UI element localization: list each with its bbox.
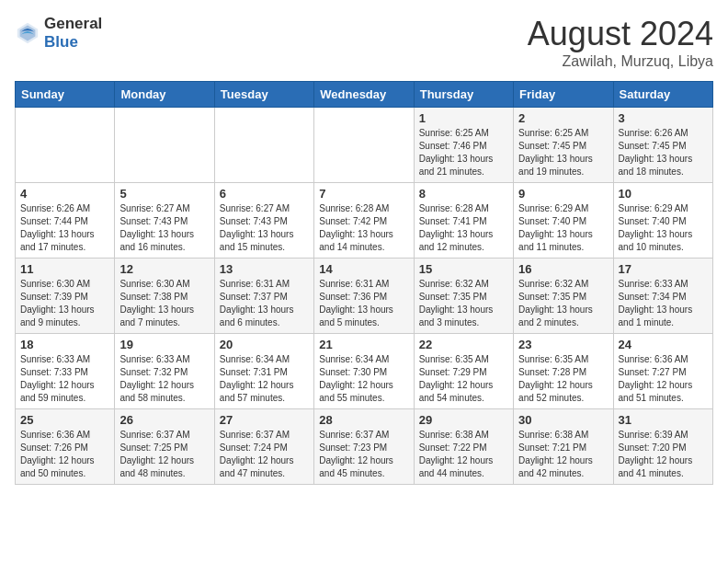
header-row: Sunday Monday Tuesday Wednesday Thursday… xyxy=(16,82,713,108)
header-wednesday: Wednesday xyxy=(314,82,414,108)
day-number: 20 xyxy=(220,338,309,351)
calendar-cell xyxy=(115,108,214,183)
calendar-cell: 20Sunrise: 6:34 AM Sunset: 7:31 PM Dayli… xyxy=(214,334,313,409)
day-number: 29 xyxy=(419,413,508,427)
logo-text: General Blue xyxy=(44,15,102,51)
calendar-cell: 31Sunrise: 6:39 AM Sunset: 7:20 PM Dayli… xyxy=(613,409,712,485)
day-number: 12 xyxy=(119,262,209,276)
header-friday: Friday xyxy=(514,82,613,108)
calendar-cell: 8Sunrise: 6:28 AM Sunset: 7:41 PM Daylig… xyxy=(414,183,513,259)
header-monday: Monday xyxy=(115,82,214,108)
calendar-week-5: 25Sunrise: 6:36 AM Sunset: 7:26 PM Dayli… xyxy=(16,409,713,485)
day-number: 11 xyxy=(20,262,109,276)
calendar-cell: 11Sunrise: 6:30 AM Sunset: 7:39 PM Dayli… xyxy=(16,259,115,334)
day-number: 14 xyxy=(319,262,408,276)
calendar-cell: 15Sunrise: 6:32 AM Sunset: 7:35 PM Dayli… xyxy=(414,259,513,334)
header-sunday: Sunday xyxy=(16,82,115,108)
logo-icon xyxy=(15,20,40,46)
day-number: 18 xyxy=(20,338,109,351)
day-number: 1 xyxy=(419,111,508,125)
header-thursday: Thursday xyxy=(414,82,513,108)
title-area: August 2024 Zawilah, Murzuq, Libya xyxy=(528,15,713,70)
calendar-week-4: 18Sunrise: 6:33 AM Sunset: 7:33 PM Dayli… xyxy=(16,334,713,409)
day-number: 7 xyxy=(319,187,408,201)
day-info: Sunrise: 6:33 AM Sunset: 7:34 PM Dayligh… xyxy=(619,278,708,329)
location: Zawilah, Murzuq, Libya xyxy=(528,53,713,70)
day-info: Sunrise: 6:34 AM Sunset: 7:31 PM Dayligh… xyxy=(220,353,309,405)
calendar-cell xyxy=(16,108,115,183)
day-info: Sunrise: 6:29 AM Sunset: 7:40 PM Dayligh… xyxy=(518,202,608,254)
calendar-cell: 26Sunrise: 6:37 AM Sunset: 7:25 PM Dayli… xyxy=(115,409,214,485)
day-info: Sunrise: 6:28 AM Sunset: 7:42 PM Dayligh… xyxy=(319,202,408,254)
day-number: 31 xyxy=(619,413,708,427)
calendar-cell: 9Sunrise: 6:29 AM Sunset: 7:40 PM Daylig… xyxy=(514,183,613,259)
header-tuesday: Tuesday xyxy=(214,82,313,108)
day-info: Sunrise: 6:26 AM Sunset: 7:45 PM Dayligh… xyxy=(619,127,708,178)
day-number: 10 xyxy=(619,187,708,201)
calendar-table: Sunday Monday Tuesday Wednesday Thursday… xyxy=(15,81,713,485)
day-number: 3 xyxy=(619,111,708,125)
day-info: Sunrise: 6:26 AM Sunset: 7:44 PM Dayligh… xyxy=(20,202,109,254)
day-number: 24 xyxy=(619,338,708,351)
calendar-cell: 29Sunrise: 6:38 AM Sunset: 7:22 PM Dayli… xyxy=(414,409,513,485)
day-number: 4 xyxy=(20,187,109,201)
logo-general-text: General xyxy=(44,15,102,33)
calendar-cell: 22Sunrise: 6:35 AM Sunset: 7:29 PM Dayli… xyxy=(414,334,513,409)
day-info: Sunrise: 6:37 AM Sunset: 7:24 PM Dayligh… xyxy=(220,429,309,480)
calendar-cell: 18Sunrise: 6:33 AM Sunset: 7:33 PM Dayli… xyxy=(16,334,115,409)
day-info: Sunrise: 6:30 AM Sunset: 7:38 PM Dayligh… xyxy=(119,278,209,329)
day-info: Sunrise: 6:30 AM Sunset: 7:39 PM Dayligh… xyxy=(20,278,109,329)
day-number: 27 xyxy=(220,413,309,427)
day-info: Sunrise: 6:38 AM Sunset: 7:21 PM Dayligh… xyxy=(518,429,608,480)
day-info: Sunrise: 6:27 AM Sunset: 7:43 PM Dayligh… xyxy=(119,202,209,254)
calendar-cell: 3Sunrise: 6:26 AM Sunset: 7:45 PM Daylig… xyxy=(613,108,712,183)
day-info: Sunrise: 6:27 AM Sunset: 7:43 PM Dayligh… xyxy=(220,202,309,254)
calendar-cell: 5Sunrise: 6:27 AM Sunset: 7:43 PM Daylig… xyxy=(115,183,214,259)
day-number: 13 xyxy=(220,262,309,276)
day-info: Sunrise: 6:32 AM Sunset: 7:35 PM Dayligh… xyxy=(518,278,608,329)
day-number: 2 xyxy=(518,111,608,125)
calendar-cell: 27Sunrise: 6:37 AM Sunset: 7:24 PM Dayli… xyxy=(214,409,313,485)
day-info: Sunrise: 6:37 AM Sunset: 7:25 PM Dayligh… xyxy=(119,429,209,480)
calendar-cell: 12Sunrise: 6:30 AM Sunset: 7:38 PM Dayli… xyxy=(115,259,214,334)
calendar-cell: 24Sunrise: 6:36 AM Sunset: 7:27 PM Dayli… xyxy=(613,334,712,409)
calendar-cell: 13Sunrise: 6:31 AM Sunset: 7:37 PM Dayli… xyxy=(214,259,313,334)
day-info: Sunrise: 6:38 AM Sunset: 7:22 PM Dayligh… xyxy=(419,429,508,480)
day-info: Sunrise: 6:37 AM Sunset: 7:23 PM Dayligh… xyxy=(319,429,408,480)
logo: General Blue xyxy=(15,15,102,51)
day-number: 22 xyxy=(419,338,508,351)
calendar-cell: 21Sunrise: 6:34 AM Sunset: 7:30 PM Dayli… xyxy=(314,334,414,409)
day-number: 30 xyxy=(518,413,608,427)
day-number: 21 xyxy=(319,338,408,351)
calendar-cell: 19Sunrise: 6:33 AM Sunset: 7:32 PM Dayli… xyxy=(115,334,214,409)
header-saturday: Saturday xyxy=(613,82,712,108)
calendar-cell xyxy=(314,108,414,183)
day-info: Sunrise: 6:36 AM Sunset: 7:27 PM Dayligh… xyxy=(619,353,708,405)
calendar-cell: 16Sunrise: 6:32 AM Sunset: 7:35 PM Dayli… xyxy=(514,259,613,334)
calendar-cell: 1Sunrise: 6:25 AM Sunset: 7:46 PM Daylig… xyxy=(414,108,513,183)
day-info: Sunrise: 6:33 AM Sunset: 7:32 PM Dayligh… xyxy=(119,353,209,405)
day-number: 19 xyxy=(119,338,209,351)
day-info: Sunrise: 6:35 AM Sunset: 7:29 PM Dayligh… xyxy=(419,353,508,405)
day-info: Sunrise: 6:33 AM Sunset: 7:33 PM Dayligh… xyxy=(20,353,109,405)
day-number: 28 xyxy=(319,413,408,427)
logo-blue-text: Blue xyxy=(44,33,102,52)
day-number: 9 xyxy=(518,187,608,201)
page-header: General Blue August 2024 Zawilah, Murzuq… xyxy=(15,15,713,70)
day-info: Sunrise: 6:34 AM Sunset: 7:30 PM Dayligh… xyxy=(319,353,408,405)
calendar-cell: 28Sunrise: 6:37 AM Sunset: 7:23 PM Dayli… xyxy=(314,409,414,485)
calendar-cell: 30Sunrise: 6:38 AM Sunset: 7:21 PM Dayli… xyxy=(514,409,613,485)
day-number: 26 xyxy=(119,413,209,427)
calendar-body: 1Sunrise: 6:25 AM Sunset: 7:46 PM Daylig… xyxy=(16,108,713,485)
day-info: Sunrise: 6:25 AM Sunset: 7:45 PM Dayligh… xyxy=(518,127,608,178)
day-info: Sunrise: 6:29 AM Sunset: 7:40 PM Dayligh… xyxy=(619,202,708,254)
calendar-week-2: 4Sunrise: 6:26 AM Sunset: 7:44 PM Daylig… xyxy=(16,183,713,259)
calendar-cell: 6Sunrise: 6:27 AM Sunset: 7:43 PM Daylig… xyxy=(214,183,313,259)
day-number: 16 xyxy=(518,262,608,276)
calendar-cell: 25Sunrise: 6:36 AM Sunset: 7:26 PM Dayli… xyxy=(16,409,115,485)
calendar-cell: 23Sunrise: 6:35 AM Sunset: 7:28 PM Dayli… xyxy=(514,334,613,409)
day-info: Sunrise: 6:28 AM Sunset: 7:41 PM Dayligh… xyxy=(419,202,508,254)
month-year: August 2024 xyxy=(528,15,713,53)
day-info: Sunrise: 6:31 AM Sunset: 7:36 PM Dayligh… xyxy=(319,278,408,329)
day-number: 23 xyxy=(518,338,608,351)
